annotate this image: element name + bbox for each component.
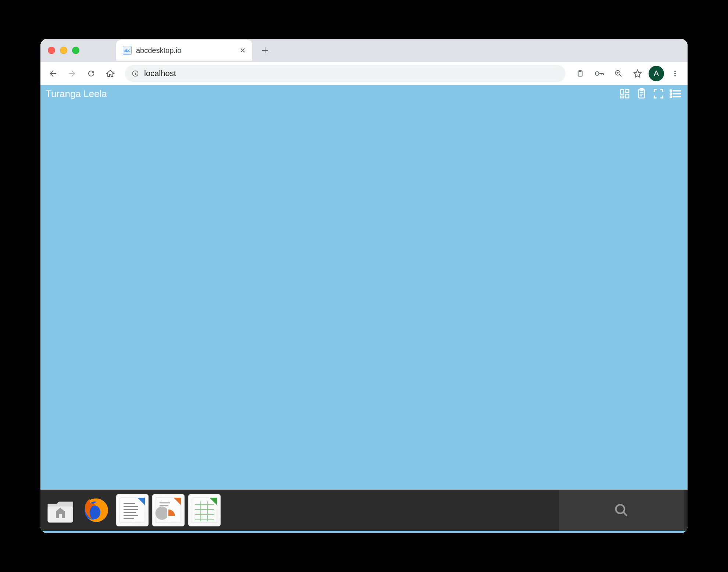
- new-tab-button[interactable]: [259, 44, 271, 57]
- window-maximize-button[interactable]: [72, 47, 79, 54]
- desktop-top-controls: [618, 87, 682, 101]
- svg-rect-11: [626, 90, 629, 93]
- browser-toolbar: localhost A: [40, 62, 688, 85]
- svg-point-18: [670, 96, 672, 98]
- svg-rect-1: [135, 73, 136, 75]
- svg-point-24: [616, 505, 624, 513]
- profile-avatar[interactable]: A: [649, 66, 664, 81]
- desktop-topbar: Turanga Leela: [40, 85, 688, 102]
- bookmark-star-icon[interactable]: [629, 65, 646, 82]
- svg-point-5: [595, 72, 599, 75]
- remote-desktop-viewport: Turanga Leela: [40, 85, 688, 533]
- clipboard-panel-icon[interactable]: [635, 87, 649, 101]
- svg-rect-13: [626, 94, 629, 98]
- browser-tab[interactable]: abc abcdesktop.io: [116, 40, 252, 61]
- close-tab-button[interactable]: [240, 47, 246, 53]
- svg-point-8: [674, 73, 676, 74]
- menu-list-icon[interactable]: [668, 87, 682, 101]
- svg-point-16: [670, 90, 672, 92]
- taskbar-apps: [44, 494, 221, 526]
- zoom-icon[interactable]: [610, 65, 627, 82]
- forward-button[interactable]: [64, 65, 80, 82]
- address-bar[interactable]: localhost: [125, 65, 565, 82]
- search-icon: [614, 503, 629, 518]
- taskbar-search[interactable]: [559, 490, 684, 531]
- svg-rect-2: [135, 72, 136, 72]
- window-minimize-button[interactable]: [60, 47, 67, 54]
- svg-point-9: [674, 75, 676, 76]
- tab-favicon: abc: [123, 46, 132, 55]
- svg-point-17: [670, 93, 672, 95]
- window-controls: [48, 47, 79, 54]
- password-key-icon[interactable]: [591, 65, 607, 82]
- avatar-letter: A: [654, 69, 659, 78]
- taskbar-app-impress[interactable]: [152, 494, 185, 526]
- taskbar-app-files[interactable]: [44, 494, 76, 526]
- reload-button[interactable]: [83, 65, 99, 82]
- site-info-icon[interactable]: [132, 70, 139, 77]
- taskbar-app-writer[interactable]: [116, 494, 149, 526]
- taskbar-app-calc[interactable]: [188, 494, 221, 526]
- tab-strip: abc abcdesktop.io: [40, 39, 688, 62]
- url-text: localhost: [144, 69, 176, 78]
- svg-rect-21: [120, 498, 145, 523]
- home-button[interactable]: [102, 65, 118, 82]
- desktop-area[interactable]: [40, 102, 688, 490]
- desktop-bottom-accent: [40, 531, 688, 533]
- tab-title: abcdesktop.io: [136, 46, 181, 55]
- window-close-button[interactable]: [48, 47, 55, 54]
- taskbar: [40, 490, 688, 531]
- svg-rect-10: [621, 90, 624, 94]
- back-button[interactable]: [45, 65, 61, 82]
- clipboard-icon[interactable]: [572, 65, 588, 82]
- svg-point-7: [674, 71, 676, 72]
- browser-window: abc abcdesktop.io localhost: [40, 39, 688, 533]
- apps-grid-icon[interactable]: [618, 87, 632, 101]
- desktop-username: Turanga Leela: [46, 88, 107, 100]
- chrome-menu-button[interactable]: [667, 65, 683, 82]
- svg-rect-12: [621, 96, 624, 98]
- fullscreen-icon[interactable]: [652, 87, 665, 101]
- taskbar-app-firefox[interactable]: [80, 494, 113, 526]
- svg-rect-23: [192, 498, 217, 523]
